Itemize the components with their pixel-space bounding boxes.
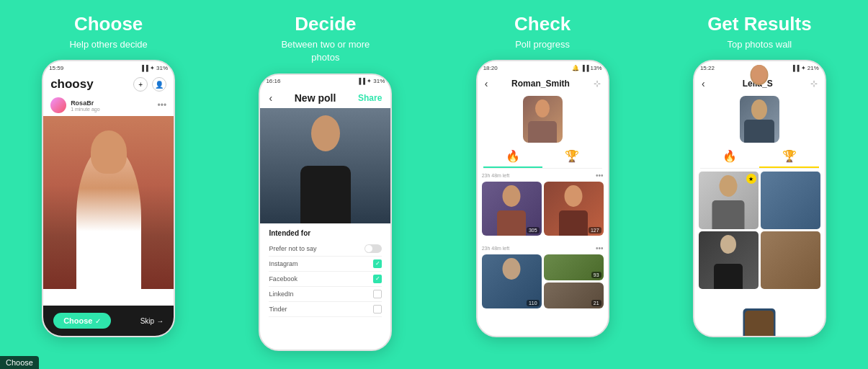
winner-badge-1: ★ (746, 174, 756, 184)
photo-dots (101, 249, 116, 253)
post-time: 1 minute ago (71, 107, 153, 112)
poll-grid-2: 23h 48m left ••• 110 93 21 (478, 241, 608, 314)
poll-timer-row-1: 23h 48m left ••• (482, 172, 604, 179)
newpoll-header: ‹ New poll Share (260, 88, 390, 108)
results-grid: ★ (694, 169, 825, 292)
newpoll-title: New poll (295, 92, 336, 104)
toggle-prefer-not[interactable] (364, 244, 382, 253)
choose-button[interactable]: Choose ✓ (53, 313, 111, 329)
poll-more-1[interactable]: ••• (596, 172, 604, 179)
vote-count-1b: 127 (589, 227, 601, 234)
phone-results: 15:22 ▐▐ ✦ 21% ‹ Leila_S ⊹ 🔥 🏆 ★ (693, 60, 826, 337)
choosy-header: choosy + 👤 (43, 74, 174, 94)
tab-fire[interactable]: 🔥 (483, 146, 543, 168)
user-row: RosaBr 1 minute ago ••• (43, 94, 174, 116)
status-icons-4: ▐▐ ✦ 21% (791, 65, 819, 71)
panel-choose: Choose Help others decide 15:59 ▐▐ ✦ 31%… (0, 0, 217, 369)
profile-icon[interactable]: 👤 (152, 77, 166, 92)
panel-choose-subtitle: Help others decide (69, 38, 147, 51)
tinder-label: Tinder (269, 306, 287, 313)
skip-label: Skip (140, 317, 154, 325)
status-icons-3: 🔔 ▐▐ 13% (572, 65, 602, 71)
dot-3 (112, 249, 116, 253)
main-photo (43, 116, 174, 289)
poll-img-1a[interactable]: 305 (482, 182, 542, 236)
option-tinder: Tinder (269, 302, 382, 317)
dot-1 (101, 249, 104, 253)
checkbox-facebook[interactable]: ✓ (373, 275, 382, 283)
checkbox-tinder[interactable] (373, 305, 382, 314)
tab-trophy[interactable]: 🏆 (542, 146, 602, 168)
vote-count-1a: 305 (527, 227, 540, 234)
option-prefer-not: Prefer not to say (269, 241, 382, 257)
panel-decide-subtitle: Between two or morephotos (281, 38, 370, 64)
poll-timer-1: 23h 48m left (482, 173, 510, 178)
phone-choosy: 15:59 ▐▐ ✦ 31% choosy + 👤 RosaBr 1 minut… (42, 60, 175, 337)
poll-img-1b[interactable]: 127 (544, 182, 604, 236)
skip-button[interactable]: Skip → (140, 317, 164, 325)
panel-check-subtitle: Poll progress (515, 38, 570, 51)
status-time-1: 15:59 (49, 65, 63, 71)
panel-check: Check Poll progress 18:20 🔔 ▐▐ 13% ‹ Rom… (434, 0, 651, 369)
status-icons-1: ▐▐ ✦ 31% (140, 65, 168, 71)
poll-img-2b[interactable]: 93 (544, 254, 604, 280)
status-time-2: 16:16 (266, 78, 280, 84)
checkbox-linkedin[interactable] (373, 290, 382, 298)
back-button[interactable]: ‹ (269, 92, 272, 104)
status-bar-3: 18:20 🔔 ▐▐ 13% (478, 61, 608, 74)
panel-decide: Decide Between two or morephotos 16:16 ▐… (217, 0, 434, 369)
linkedin-label: LinkedIn (269, 290, 293, 298)
result-img-2[interactable] (761, 172, 820, 229)
back-button-3[interactable]: ‹ (485, 78, 488, 89)
settings-icon-3[interactable]: ⊹ (594, 79, 601, 89)
tab4-fire[interactable]: 🔥 (700, 146, 760, 168)
settings-icon-4[interactable]: ⊹ (810, 79, 818, 89)
avatar (50, 97, 66, 113)
option-instagram: Instagram ✓ (269, 257, 382, 272)
result-img-1[interactable]: ★ (699, 172, 759, 229)
panel-results-subtitle: Top photos wall (728, 38, 792, 51)
facebook-label: Facebook (269, 275, 297, 283)
poll-img-2c[interactable]: 21 (544, 283, 604, 308)
choose-button-label: Choose (63, 316, 92, 325)
poll-grid-1: 23h 48m left ••• 305 127 (478, 169, 608, 241)
panel-choose-title: Choose (74, 13, 143, 35)
tabs-row-4: 🔥 🏆 (700, 146, 819, 169)
profile-thumbnail-3 (523, 96, 563, 143)
back-button-4[interactable]: ‹ (702, 78, 705, 89)
panel-results-title: Get Results (707, 13, 812, 35)
tab4-trophy[interactable]: 🏆 (759, 146, 819, 168)
status-time-3: 18:20 (483, 65, 498, 71)
poll-img-2a[interactable]: 110 (482, 254, 542, 308)
more-icon[interactable]: ••• (158, 100, 167, 110)
arrow-right-icon: → (156, 317, 164, 325)
user-info: RosaBr 1 minute ago (71, 99, 153, 112)
poll-pair-1: 305 127 (482, 182, 604, 236)
check-icon: ✓ (95, 317, 101, 325)
poll-more-2[interactable]: ••• (596, 244, 604, 252)
check-header: ‹ Roman_Smith ⊹ (478, 74, 608, 93)
panel-decide-title: Decide (295, 13, 356, 35)
status-icons-2: ▐▐ ✦ 31% (357, 78, 385, 84)
status-time-4: 15:22 (700, 65, 715, 71)
poll-timer-row-2: 23h 48m left ••• (482, 244, 604, 252)
panel-check-title: Check (514, 13, 571, 35)
result-img-4[interactable] (761, 231, 820, 289)
share-button[interactable]: Share (358, 93, 382, 103)
status-bar-2: 16:16 ▐▐ ✦ 31% (260, 75, 390, 88)
instagram-label: Instagram (269, 260, 297, 267)
option-linkedin: LinkedIn (269, 287, 382, 302)
bottom-action-bar: Choose ✓ Skip → (43, 306, 174, 336)
tabs-row-3: 🔥 🏆 (483, 146, 602, 169)
result-img-3[interactable] (699, 231, 759, 289)
checkbox-instagram[interactable]: ✓ (373, 259, 382, 268)
username: RosaBr (71, 99, 153, 107)
poll-photo-content (260, 108, 390, 223)
poll-main-photo (260, 108, 390, 223)
add-icon[interactable]: + (133, 77, 148, 92)
prefer-not-label: Prefer not to say (269, 245, 316, 252)
status-bar-1: 15:59 ▐▐ ✦ 31% (43, 61, 174, 74)
dot-2 (107, 249, 110, 253)
panel-results: Get Results Top photos wall 15:22 ▐▐ ✦ 2… (651, 0, 868, 369)
intended-for-section: Intended for Prefer not to say Instagram… (260, 223, 390, 320)
